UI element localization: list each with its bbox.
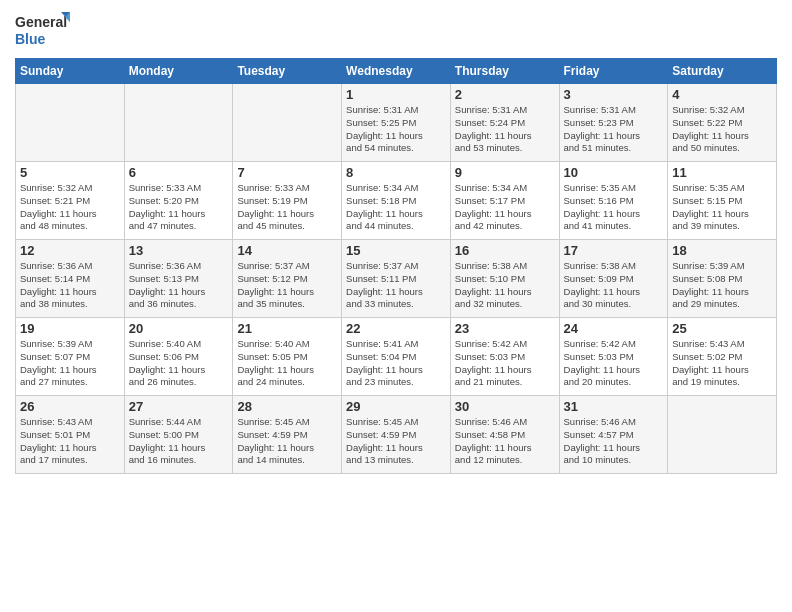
calendar-cell: 18Sunrise: 5:39 AM Sunset: 5:08 PM Dayli… (668, 240, 777, 318)
header: General Blue (15, 10, 777, 50)
cell-day-number: 7 (237, 165, 337, 180)
cell-day-number: 13 (129, 243, 229, 258)
calendar-cell: 20Sunrise: 5:40 AM Sunset: 5:06 PM Dayli… (124, 318, 233, 396)
calendar-cell (16, 84, 125, 162)
cell-day-info: Sunrise: 5:38 AM Sunset: 5:09 PM Dayligh… (564, 260, 664, 311)
calendar-cell: 3Sunrise: 5:31 AM Sunset: 5:23 PM Daylig… (559, 84, 668, 162)
cell-day-number: 14 (237, 243, 337, 258)
cell-day-info: Sunrise: 5:32 AM Sunset: 5:21 PM Dayligh… (20, 182, 120, 233)
cell-day-info: Sunrise: 5:33 AM Sunset: 5:19 PM Dayligh… (237, 182, 337, 233)
cell-day-info: Sunrise: 5:40 AM Sunset: 5:06 PM Dayligh… (129, 338, 229, 389)
cell-day-number: 1 (346, 87, 446, 102)
cell-day-number: 15 (346, 243, 446, 258)
weekday-header-sunday: Sunday (16, 59, 125, 84)
cell-day-number: 31 (564, 399, 664, 414)
cell-day-number: 2 (455, 87, 555, 102)
calendar-cell: 31Sunrise: 5:46 AM Sunset: 4:57 PM Dayli… (559, 396, 668, 474)
calendar-cell: 22Sunrise: 5:41 AM Sunset: 5:04 PM Dayli… (342, 318, 451, 396)
cell-day-number: 16 (455, 243, 555, 258)
calendar-cell: 13Sunrise: 5:36 AM Sunset: 5:13 PM Dayli… (124, 240, 233, 318)
cell-day-info: Sunrise: 5:34 AM Sunset: 5:17 PM Dayligh… (455, 182, 555, 233)
calendar-cell: 30Sunrise: 5:46 AM Sunset: 4:58 PM Dayli… (450, 396, 559, 474)
cell-day-number: 19 (20, 321, 120, 336)
cell-day-number: 22 (346, 321, 446, 336)
calendar-cell: 6Sunrise: 5:33 AM Sunset: 5:20 PM Daylig… (124, 162, 233, 240)
calendar-cell: 14Sunrise: 5:37 AM Sunset: 5:12 PM Dayli… (233, 240, 342, 318)
cell-day-number: 29 (346, 399, 446, 414)
weekday-header-saturday: Saturday (668, 59, 777, 84)
page: General Blue SundayMondayTuesdayWednesda… (0, 0, 792, 612)
cell-day-info: Sunrise: 5:32 AM Sunset: 5:22 PM Dayligh… (672, 104, 772, 155)
weekday-header-tuesday: Tuesday (233, 59, 342, 84)
weekday-header-thursday: Thursday (450, 59, 559, 84)
calendar-cell: 5Sunrise: 5:32 AM Sunset: 5:21 PM Daylig… (16, 162, 125, 240)
cell-day-info: Sunrise: 5:45 AM Sunset: 4:59 PM Dayligh… (346, 416, 446, 467)
cell-day-number: 23 (455, 321, 555, 336)
cell-day-info: Sunrise: 5:37 AM Sunset: 5:11 PM Dayligh… (346, 260, 446, 311)
calendar-cell: 11Sunrise: 5:35 AM Sunset: 5:15 PM Dayli… (668, 162, 777, 240)
cell-day-number: 5 (20, 165, 120, 180)
cell-day-number: 4 (672, 87, 772, 102)
cell-day-number: 26 (20, 399, 120, 414)
cell-day-info: Sunrise: 5:33 AM Sunset: 5:20 PM Dayligh… (129, 182, 229, 233)
calendar-cell: 26Sunrise: 5:43 AM Sunset: 5:01 PM Dayli… (16, 396, 125, 474)
week-row-5: 26Sunrise: 5:43 AM Sunset: 5:01 PM Dayli… (16, 396, 777, 474)
weekday-header-monday: Monday (124, 59, 233, 84)
week-row-1: 1Sunrise: 5:31 AM Sunset: 5:25 PM Daylig… (16, 84, 777, 162)
cell-day-info: Sunrise: 5:39 AM Sunset: 5:08 PM Dayligh… (672, 260, 772, 311)
calendar-table: SundayMondayTuesdayWednesdayThursdayFrid… (15, 58, 777, 474)
calendar-cell (668, 396, 777, 474)
calendar-cell: 8Sunrise: 5:34 AM Sunset: 5:18 PM Daylig… (342, 162, 451, 240)
calendar-cell: 28Sunrise: 5:45 AM Sunset: 4:59 PM Dayli… (233, 396, 342, 474)
calendar-cell: 27Sunrise: 5:44 AM Sunset: 5:00 PM Dayli… (124, 396, 233, 474)
cell-day-number: 3 (564, 87, 664, 102)
cell-day-number: 30 (455, 399, 555, 414)
calendar-cell: 15Sunrise: 5:37 AM Sunset: 5:11 PM Dayli… (342, 240, 451, 318)
cell-day-info: Sunrise: 5:46 AM Sunset: 4:57 PM Dayligh… (564, 416, 664, 467)
calendar-cell (233, 84, 342, 162)
week-row-3: 12Sunrise: 5:36 AM Sunset: 5:14 PM Dayli… (16, 240, 777, 318)
calendar-cell: 9Sunrise: 5:34 AM Sunset: 5:17 PM Daylig… (450, 162, 559, 240)
cell-day-number: 8 (346, 165, 446, 180)
calendar-cell: 12Sunrise: 5:36 AM Sunset: 5:14 PM Dayli… (16, 240, 125, 318)
cell-day-info: Sunrise: 5:31 AM Sunset: 5:25 PM Dayligh… (346, 104, 446, 155)
cell-day-number: 12 (20, 243, 120, 258)
cell-day-info: Sunrise: 5:35 AM Sunset: 5:15 PM Dayligh… (672, 182, 772, 233)
svg-text:General: General (15, 14, 67, 30)
weekday-header-friday: Friday (559, 59, 668, 84)
calendar-cell: 19Sunrise: 5:39 AM Sunset: 5:07 PM Dayli… (16, 318, 125, 396)
cell-day-number: 27 (129, 399, 229, 414)
cell-day-info: Sunrise: 5:43 AM Sunset: 5:02 PM Dayligh… (672, 338, 772, 389)
cell-day-info: Sunrise: 5:36 AM Sunset: 5:14 PM Dayligh… (20, 260, 120, 311)
cell-day-info: Sunrise: 5:39 AM Sunset: 5:07 PM Dayligh… (20, 338, 120, 389)
cell-day-info: Sunrise: 5:42 AM Sunset: 5:03 PM Dayligh… (564, 338, 664, 389)
cell-day-info: Sunrise: 5:37 AM Sunset: 5:12 PM Dayligh… (237, 260, 337, 311)
calendar-cell: 25Sunrise: 5:43 AM Sunset: 5:02 PM Dayli… (668, 318, 777, 396)
cell-day-info: Sunrise: 5:42 AM Sunset: 5:03 PM Dayligh… (455, 338, 555, 389)
cell-day-number: 24 (564, 321, 664, 336)
calendar-cell: 21Sunrise: 5:40 AM Sunset: 5:05 PM Dayli… (233, 318, 342, 396)
weekday-header-row: SundayMondayTuesdayWednesdayThursdayFrid… (16, 59, 777, 84)
calendar-cell: 16Sunrise: 5:38 AM Sunset: 5:10 PM Dayli… (450, 240, 559, 318)
calendar-cell (124, 84, 233, 162)
logo: General Blue (15, 10, 70, 50)
svg-text:Blue: Blue (15, 31, 46, 47)
cell-day-number: 18 (672, 243, 772, 258)
calendar-cell: 4Sunrise: 5:32 AM Sunset: 5:22 PM Daylig… (668, 84, 777, 162)
calendar-cell: 29Sunrise: 5:45 AM Sunset: 4:59 PM Dayli… (342, 396, 451, 474)
cell-day-number: 17 (564, 243, 664, 258)
cell-day-number: 6 (129, 165, 229, 180)
cell-day-info: Sunrise: 5:34 AM Sunset: 5:18 PM Dayligh… (346, 182, 446, 233)
calendar-cell: 2Sunrise: 5:31 AM Sunset: 5:24 PM Daylig… (450, 84, 559, 162)
week-row-4: 19Sunrise: 5:39 AM Sunset: 5:07 PM Dayli… (16, 318, 777, 396)
cell-day-number: 9 (455, 165, 555, 180)
calendar-cell: 24Sunrise: 5:42 AM Sunset: 5:03 PM Dayli… (559, 318, 668, 396)
cell-day-info: Sunrise: 5:38 AM Sunset: 5:10 PM Dayligh… (455, 260, 555, 311)
cell-day-number: 28 (237, 399, 337, 414)
cell-day-info: Sunrise: 5:45 AM Sunset: 4:59 PM Dayligh… (237, 416, 337, 467)
week-row-2: 5Sunrise: 5:32 AM Sunset: 5:21 PM Daylig… (16, 162, 777, 240)
cell-day-info: Sunrise: 5:35 AM Sunset: 5:16 PM Dayligh… (564, 182, 664, 233)
cell-day-info: Sunrise: 5:41 AM Sunset: 5:04 PM Dayligh… (346, 338, 446, 389)
cell-day-number: 25 (672, 321, 772, 336)
calendar-cell: 17Sunrise: 5:38 AM Sunset: 5:09 PM Dayli… (559, 240, 668, 318)
